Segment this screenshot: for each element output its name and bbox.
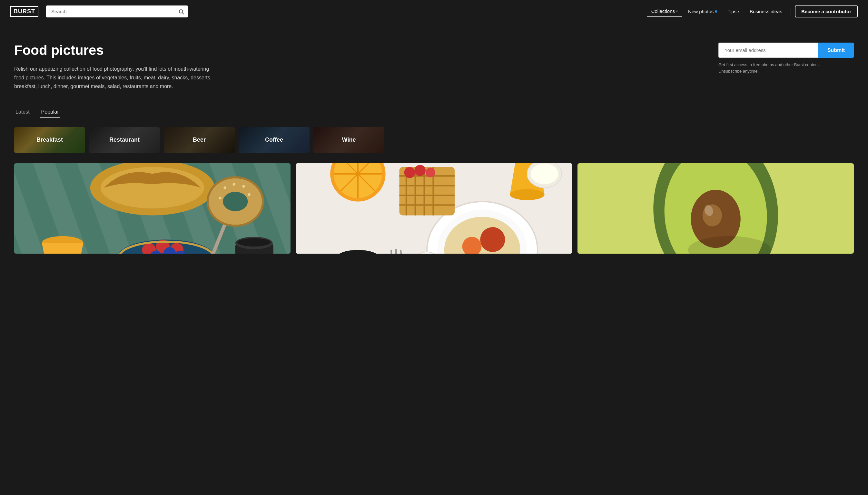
svg-point-29 (248, 193, 250, 196)
become-contributor-button[interactable]: Become a contributor (795, 5, 858, 17)
category-card-beer[interactable]: Beer (164, 127, 235, 153)
photo-card-1[interactable] (14, 163, 290, 254)
category-overlay-coffee: Coffee (238, 127, 309, 153)
svg-point-28 (242, 185, 245, 188)
new-indicator-dot (715, 10, 717, 13)
site-header: BURST Collections ▾ New photos Tips ▾ Bu… (0, 0, 868, 23)
svg-point-7 (101, 167, 204, 208)
search-icon (178, 9, 184, 15)
email-signup-form: Submit Get first access to free photos a… (719, 42, 854, 74)
logo[interactable]: BURST (10, 6, 38, 17)
hero-section: Food pictures Relish our appetizing coll… (14, 42, 854, 91)
category-overlay-beer: Beer (164, 127, 235, 153)
tab-popular[interactable]: Popular (40, 106, 60, 118)
svg-point-22 (237, 238, 270, 246)
photo-grid (14, 163, 854, 254)
nav-divider (791, 7, 791, 16)
svg-point-49 (415, 165, 426, 176)
email-note: Get first access to free photos and othe… (719, 62, 854, 74)
category-overlay-wine: Wine (314, 127, 384, 153)
tab-latest[interactable]: Latest (14, 106, 31, 118)
email-input-row: Submit (719, 42, 854, 58)
chevron-down-icon-tips: ▾ (738, 10, 739, 13)
category-overlay: Breakfast (14, 127, 85, 153)
svg-point-36 (480, 227, 505, 252)
photo-card-3[interactable] (578, 163, 854, 254)
svg-point-27 (232, 183, 235, 186)
category-card-restaurant[interactable]: Restaurant (89, 127, 160, 153)
svg-point-50 (426, 168, 435, 177)
search-button[interactable] (178, 9, 184, 15)
svg-point-63 (531, 163, 559, 184)
category-overlay-restaurant: Restaurant (89, 127, 160, 153)
search-bar (46, 5, 188, 17)
main-content: Food pictures Relish our appetizing coll… (0, 23, 868, 273)
search-input[interactable] (46, 5, 188, 17)
nav-item-business-ideas[interactable]: Business ideas (745, 6, 787, 17)
svg-line-1 (182, 13, 183, 14)
main-nav: Collections ▾ New photos Tips ▾ Business… (647, 5, 858, 17)
hero-text: Food pictures Relish our appetizing coll… (14, 42, 214, 91)
category-card-breakfast[interactable]: Breakfast (14, 127, 85, 153)
chevron-down-icon: ▾ (676, 10, 678, 13)
page-description: Relish our appetizing collection of food… (14, 65, 214, 91)
nav-item-collections[interactable]: Collections ▾ (647, 6, 682, 17)
category-card-coffee[interactable]: Coffee (238, 127, 309, 153)
svg-point-26 (224, 186, 226, 189)
filter-tabs: Latest Popular (14, 106, 854, 118)
category-card-wine[interactable]: Wine (314, 127, 384, 153)
submit-button[interactable]: Submit (818, 42, 854, 58)
category-list: Breakfast Restaurant Beer Coffee Wine (14, 127, 854, 153)
svg-point-30 (218, 197, 222, 200)
photo-card-2[interactable] (296, 163, 572, 254)
svg-point-58 (510, 189, 545, 200)
svg-point-24 (223, 192, 248, 211)
page-title: Food pictures (14, 42, 214, 58)
email-input[interactable] (719, 42, 818, 58)
nav-item-new-photos[interactable]: New photos (684, 6, 722, 17)
nav-item-tips[interactable]: Tips ▾ (723, 6, 744, 17)
svg-point-48 (404, 167, 415, 178)
